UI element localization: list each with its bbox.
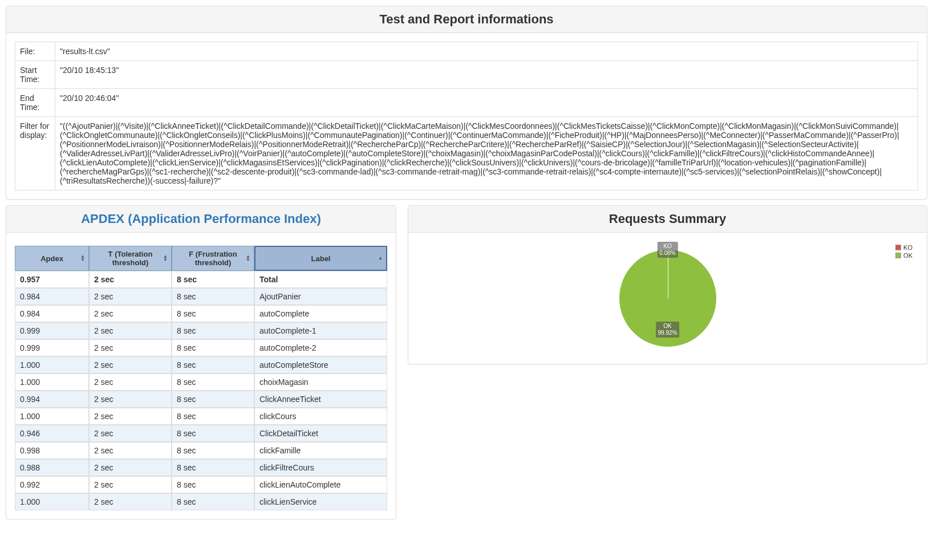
apdex-cell-apdex: 0.984 <box>15 288 89 305</box>
legend-swatch <box>895 253 901 258</box>
apdex-cell-t: 2 sec <box>89 374 172 391</box>
apdex-cell-t: 2 sec <box>89 322 172 339</box>
apdex-cell-apdex: 0.999 <box>15 339 89 356</box>
apdex-cell-t: 2 sec <box>89 339 172 356</box>
test-info-panel: Test and Report informations File:"resul… <box>6 6 927 200</box>
apdex-cell-apdex: 0.994 <box>15 391 89 408</box>
apdex-col-f[interactable]: F (Frustration threshold) ▲▼ <box>172 246 254 271</box>
apdex-cell-label: AjoutPanier <box>254 288 387 305</box>
apdex-cell-label: Total <box>254 271 387 288</box>
apdex-cell-f: 8 sec <box>172 459 254 476</box>
summary-panel: Requests Summary KO 0.08% OK 99.92% <box>408 205 927 364</box>
apdex-body: Apdex ▲▼ T (Toleration threshold) ▲▼ <box>6 233 396 519</box>
summary-title: Requests Summary <box>417 212 918 226</box>
apdex-cell-t: 2 sec <box>89 271 172 288</box>
apdex-row: 0.9882 sec8 secclickFiltreCours <box>15 459 387 476</box>
pie-graphic: KO 0.08% OK 99.92% <box>619 250 716 347</box>
info-row: File:"results-lt.csv" <box>15 42 918 61</box>
apdex-cell-apdex: 0.998 <box>15 442 89 459</box>
apdex-col-label-label: Label <box>311 254 331 263</box>
apdex-col-t[interactable]: T (Toleration threshold) ▲▼ <box>89 246 172 271</box>
sort-icon: ▲▼ <box>163 255 168 262</box>
apdex-cell-label: autoComplete <box>254 305 387 322</box>
apdex-cell-apdex: 0.992 <box>15 476 89 493</box>
apdex-cell-label: clickCours <box>254 408 387 425</box>
apdex-cell-label: choixMagasin <box>254 374 387 391</box>
sort-icon: ▲▼ <box>246 255 250 262</box>
apdex-cell-apdex: 0.946 <box>15 425 89 442</box>
info-row: End Time:"20/10 20:46:04" <box>15 89 918 117</box>
apdex-cell-t: 2 sec <box>89 305 172 322</box>
sort-icon: ▲▼ <box>80 255 85 262</box>
info-row-label: Filter for display: <box>15 117 55 190</box>
apdex-cell-f: 8 sec <box>172 339 254 356</box>
apdex-cell-label: clickLienService <box>254 493 387 510</box>
apdex-cell-label: clickFamille <box>254 442 387 459</box>
apdex-cell-f: 8 sec <box>172 356 254 374</box>
info-row-label: File: <box>15 42 55 61</box>
sort-asc-icon: ▲ <box>378 257 383 260</box>
info-row: Start Time:"20/10 18:45:13" <box>15 61 918 89</box>
apdex-cell-t: 2 sec <box>89 442 172 459</box>
apdex-cell-apdex: 1.000 <box>15 374 89 391</box>
apdex-col-label[interactable]: Label ▲ <box>254 246 387 271</box>
apdex-col-apdex[interactable]: Apdex ▲▼ <box>15 246 89 271</box>
apdex-cell-apdex: 0.957 <box>15 271 89 288</box>
info-row-label: Start Time: <box>15 61 55 89</box>
apdex-row: 1.0002 sec8 secchoixMagasin <box>15 374 387 391</box>
apdex-cell-apdex: 0.988 <box>15 459 89 476</box>
apdex-col-apdex-label: Apdex <box>40 254 63 263</box>
apdex-row: 0.9982 sec8 secclickFamille <box>15 442 387 459</box>
apdex-cell-f: 8 sec <box>172 271 254 288</box>
apdex-cell-label: ClickAnneeTicket <box>254 391 387 408</box>
apdex-cell-label: clickFiltreCours <box>254 459 387 476</box>
apdex-cell-f: 8 sec <box>172 322 254 339</box>
info-row-value: "20/10 18:45:13" <box>55 61 918 89</box>
apdex-cell-f: 8 sec <box>172 408 254 425</box>
apdex-cell-f: 8 sec <box>172 374 254 391</box>
legend-swatch <box>895 245 901 250</box>
test-info-title: Test and Report informations <box>15 12 918 27</box>
apdex-row: 0.9842 sec8 secAjoutPanier <box>15 288 387 305</box>
apdex-cell-label: autoComplete-2 <box>254 339 387 356</box>
apdex-cell-label: ClickDetailTicket <box>254 425 387 442</box>
apdex-cell-t: 2 sec <box>89 408 172 425</box>
summary-heading: Requests Summary <box>408 206 927 233</box>
apdex-cell-apdex: 0.984 <box>15 305 89 322</box>
info-row: Filter for display:"((^AjoutPanier)|(^Vi… <box>15 117 918 190</box>
info-row-value: "results-lt.csv" <box>55 42 918 61</box>
apdex-cell-f: 8 sec <box>172 442 254 459</box>
test-info-body: File:"results-lt.csv"Start Time:"20/10 1… <box>6 33 927 199</box>
apdex-title: APDEX (Application Performance Index) <box>15 212 387 226</box>
apdex-cell-f: 8 sec <box>172 288 254 305</box>
apdex-cell-t: 2 sec <box>89 476 172 493</box>
legend-item[interactable]: KO <box>895 244 912 251</box>
apdex-panel: APDEX (Application Performance Index) Ap… <box>6 205 396 520</box>
apdex-cell-t: 2 sec <box>89 425 172 442</box>
pie-label-ko: KO 0.08% <box>657 242 678 258</box>
apdex-cell-t: 2 sec <box>89 391 172 408</box>
apdex-row: 0.9462 sec8 secClickDetailTicket <box>15 425 387 442</box>
apdex-cell-t: 2 sec <box>89 356 172 374</box>
apdex-col-t-label: T (Toleration threshold) <box>108 250 153 267</box>
legend-label: OK <box>903 251 912 259</box>
apdex-cell-f: 8 sec <box>172 425 254 442</box>
info-row-value: "((^AjoutPanier)|(^Visite)|(^ClickAnneeT… <box>55 117 918 190</box>
legend-item[interactable]: OK <box>895 251 912 259</box>
pie-label-ok: OK 99.92% <box>656 322 680 338</box>
apdex-table: Apdex ▲▼ T (Toleration threshold) ▲▼ <box>15 246 387 510</box>
apdex-row: 1.0002 sec8 secclickLienService <box>15 493 387 510</box>
apdex-row: 0.9942 sec8 secClickAnneeTicket <box>15 391 387 408</box>
apdex-cell-f: 8 sec <box>172 476 254 493</box>
pie-chart[interactable]: KO 0.08% OK 99.92% KOOK <box>417 241 918 355</box>
apdex-row: 0.9992 sec8 secautoComplete-1 <box>15 322 387 339</box>
info-row-value: "20/10 20:46:04" <box>55 89 918 117</box>
chart-legend: KOOK <box>895 244 912 259</box>
apdex-cell-f: 8 sec <box>172 305 254 322</box>
apdex-cell-t: 2 sec <box>89 493 172 510</box>
apdex-cell-apdex: 1.000 <box>15 408 89 425</box>
apdex-row: 1.0002 sec8 secclickCours <box>15 408 387 425</box>
apdex-cell-label: clickLienAutoComplete <box>254 476 387 493</box>
apdex-cell-t: 2 sec <box>89 288 172 305</box>
apdex-row: 0.9842 sec8 secautoComplete <box>15 305 387 322</box>
